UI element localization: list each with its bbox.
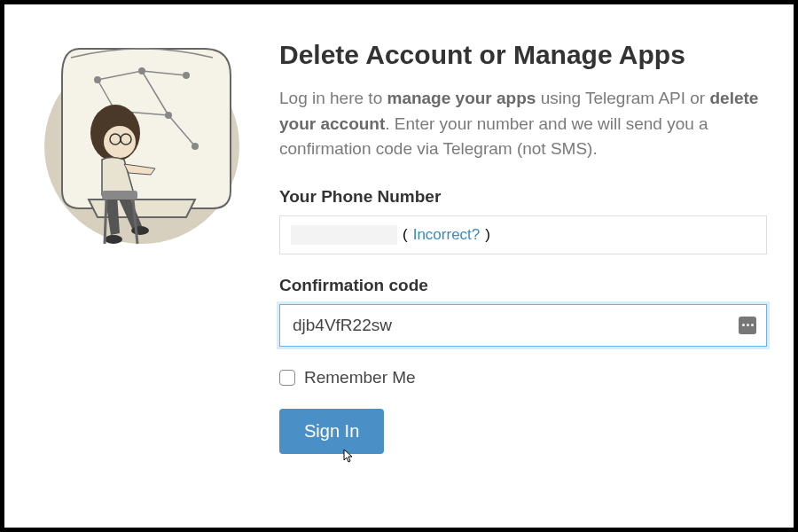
cursor-icon [341,448,356,470]
phone-label: Your Phone Number [279,187,767,207]
code-label: Confirmation code [279,276,767,295]
remember-label: Remember Me [304,368,416,387]
remember-row: Remember Me [279,368,767,387]
illustration-svg [35,31,248,262]
password-manager-icon[interactable] [739,317,756,334]
incorrect-open: ( [403,226,408,244]
svg-point-20 [105,235,122,244]
sign-in-button[interactable]: Sign In [279,409,384,454]
desc-part2: using Telegram API or [536,89,709,107]
code-row [279,304,767,368]
incorrect-link[interactable]: Incorrect? [413,226,481,244]
remember-checkbox[interactable] [279,370,295,386]
page-frame: Delete Account or Manage Apps Log in her… [0,0,798,532]
description-text: Log in here to manage your apps using Te… [279,86,767,162]
desc-bold1: manage your apps [387,89,536,107]
content-area: Delete Account or Manage Apps Log in her… [279,22,767,510]
svg-rect-22 [102,191,137,200]
svg-point-21 [131,226,149,235]
desc-part1: Log in here to [279,89,387,107]
sign-in-label: Sign In [304,421,359,441]
confirmation-code-input[interactable] [279,304,767,347]
page-title: Delete Account or Manage Apps [279,40,767,70]
phone-hidden-value [291,225,397,245]
phone-display: (Incorrect?) [279,215,767,254]
incorrect-close: ) [485,226,490,244]
illustration [31,22,253,510]
svg-line-23 [105,200,106,244]
